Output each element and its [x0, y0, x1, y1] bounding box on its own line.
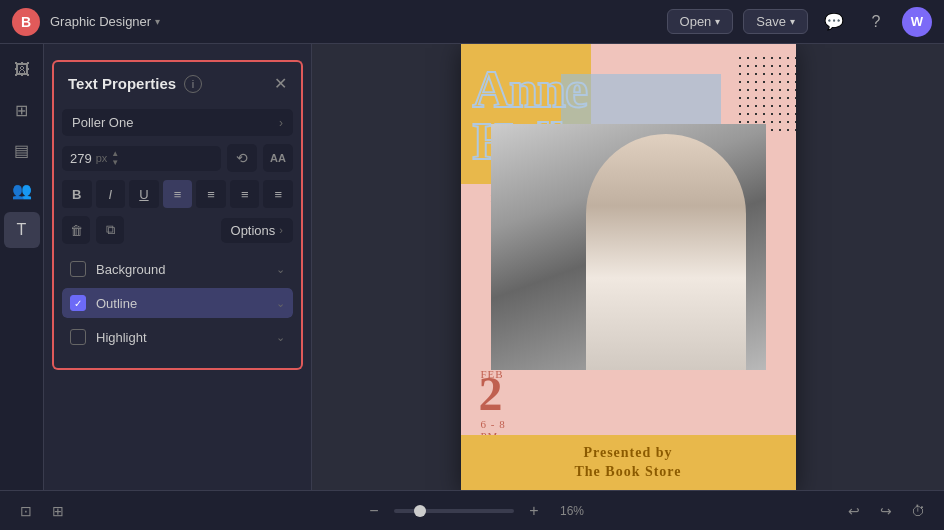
bottom-right-tools: ↩ ↪ ⏱: [840, 497, 932, 525]
highlight-chevron-icon: ⌄: [276, 331, 285, 344]
zoom-slider-thumb: [414, 505, 426, 517]
sidebar-item-people[interactable]: 👥: [4, 172, 40, 208]
reset-size-icon[interactable]: ⟲: [227, 144, 257, 172]
canvas-photo: [491, 124, 766, 374]
info-icon[interactable]: i: [184, 75, 202, 93]
highlight-section: Highlight ⌄: [62, 322, 293, 352]
highlight-checkbox[interactable]: [70, 329, 86, 345]
zoom-in-button[interactable]: +: [520, 497, 548, 525]
size-up-icon[interactable]: ▲: [111, 150, 119, 158]
open-button[interactable]: Open ▾: [667, 9, 734, 34]
canvas-banner-text: Presented by The Book Store: [574, 444, 681, 480]
background-checkbox[interactable]: [70, 261, 86, 277]
close-icon[interactable]: ✕: [274, 74, 287, 93]
undo-button[interactable]: ↩: [840, 497, 868, 525]
font-size-unit: px: [96, 152, 108, 164]
options-chevron-icon: ›: [279, 224, 283, 236]
outline-checkbox[interactable]: [70, 295, 86, 311]
outline-section: Outline ⌄: [62, 288, 293, 318]
save-chevron-icon: ▾: [790, 16, 795, 27]
app-logo[interactable]: B: [12, 8, 40, 36]
canvas-person-silhouette: [586, 134, 746, 374]
grid-view-icon[interactable]: ⊞: [44, 497, 72, 525]
history-button[interactable]: ⏱: [904, 497, 932, 525]
font-size-value: 279: [70, 151, 92, 166]
properties-panel: Text Properties i ✕ Poller One › 279 px …: [44, 44, 312, 490]
zoom-out-button[interactable]: −: [360, 497, 388, 525]
align-center-button[interactable]: ≡: [196, 180, 226, 208]
outline-header[interactable]: Outline ⌄: [62, 288, 293, 318]
comment-icon[interactable]: 💬: [818, 6, 850, 38]
sidebar-item-layout[interactable]: ⊞: [4, 92, 40, 128]
bottom-bar: ⊡ ⊞ − + 16% ↩ ↪ ⏱: [0, 490, 944, 530]
font-name-label: Poller One: [72, 115, 279, 130]
background-chevron-icon: ⌄: [276, 263, 285, 276]
outline-label: Outline: [96, 296, 276, 311]
bottom-left-tools: ⊡ ⊞: [12, 497, 72, 525]
app-name-label: Graphic Designer: [50, 14, 151, 29]
sidebar-item-text[interactable]: T: [4, 212, 40, 248]
sidebar-item-image[interactable]: 🖼: [4, 52, 40, 88]
save-button[interactable]: Save ▾: [743, 9, 808, 34]
panel-title: Text Properties: [68, 75, 176, 92]
justify-button[interactable]: ≡: [263, 180, 293, 208]
font-size-input[interactable]: 279 px ▲ ▼: [62, 146, 221, 171]
delete-button[interactable]: 🗑: [62, 216, 90, 244]
size-down-icon[interactable]: ▼: [111, 159, 119, 167]
open-chevron-icon: ▾: [715, 16, 720, 27]
options-label: Options: [231, 223, 276, 238]
size-row: 279 px ▲ ▼ ⟲ AA: [62, 144, 293, 172]
background-label: Background: [96, 262, 276, 277]
outline-chevron-icon: ⌄: [276, 297, 285, 310]
icon-sidebar: 🖼 ⊞ ▤ 👥 T: [0, 44, 44, 490]
align-right-button[interactable]: ≡: [230, 180, 260, 208]
canvas-yellow-banner: Presented by The Book Store: [461, 435, 796, 490]
text-case-icon[interactable]: AA: [263, 144, 293, 172]
canvas-date-number: 2: [479, 370, 503, 418]
zoom-slider[interactable]: [394, 509, 514, 513]
main-area: 🖼 ⊞ ▤ 👥 T Text Properties i ✕ Poller One…: [0, 44, 944, 490]
canvas-dots: [736, 54, 796, 134]
panel-body: Poller One › 279 px ▲ ▼ ⟲ AA B I: [52, 101, 303, 370]
background-header[interactable]: Background ⌄: [62, 254, 293, 284]
font-chevron-icon: ›: [279, 116, 283, 130]
font-selector[interactable]: Poller One ›: [62, 109, 293, 136]
help-icon[interactable]: ?: [860, 6, 892, 38]
panel-header: Text Properties i ✕: [52, 60, 303, 101]
app-name-btn[interactable]: Graphic Designer ▾: [50, 14, 160, 29]
sidebar-item-text-block[interactable]: ▤: [4, 132, 40, 168]
zoom-controls: − + 16%: [360, 497, 584, 525]
topbar: B Graphic Designer ▾ Open ▾ Save ▾ 💬 ? W: [0, 0, 944, 44]
options-button[interactable]: Options ›: [221, 218, 293, 243]
icon-row: 🗑 ⧉ Options ›: [62, 216, 293, 244]
format-row: B I U ≡ ≡ ≡ ≡: [62, 180, 293, 208]
redo-button[interactable]: ↪: [872, 497, 900, 525]
underline-button[interactable]: U: [129, 180, 159, 208]
bold-button[interactable]: B: [62, 180, 92, 208]
background-section: Background ⌄: [62, 254, 293, 284]
app-name-chevron-icon: ▾: [155, 16, 160, 27]
design-canvas[interactable]: Anne Holly Book Signing FEB 2 6 - 8 PM: [461, 44, 796, 490]
italic-button[interactable]: I: [96, 180, 126, 208]
zoom-percent-label: 16%: [560, 504, 584, 518]
align-left-button[interactable]: ≡: [163, 180, 193, 208]
canvas-area: Anne Holly Book Signing FEB 2 6 - 8 PM: [312, 44, 944, 490]
duplicate-button[interactable]: ⧉: [96, 216, 124, 244]
avatar[interactable]: W: [902, 7, 932, 37]
highlight-label: Highlight: [96, 330, 276, 345]
highlight-header[interactable]: Highlight ⌄: [62, 322, 293, 352]
fit-screen-icon[interactable]: ⊡: [12, 497, 40, 525]
